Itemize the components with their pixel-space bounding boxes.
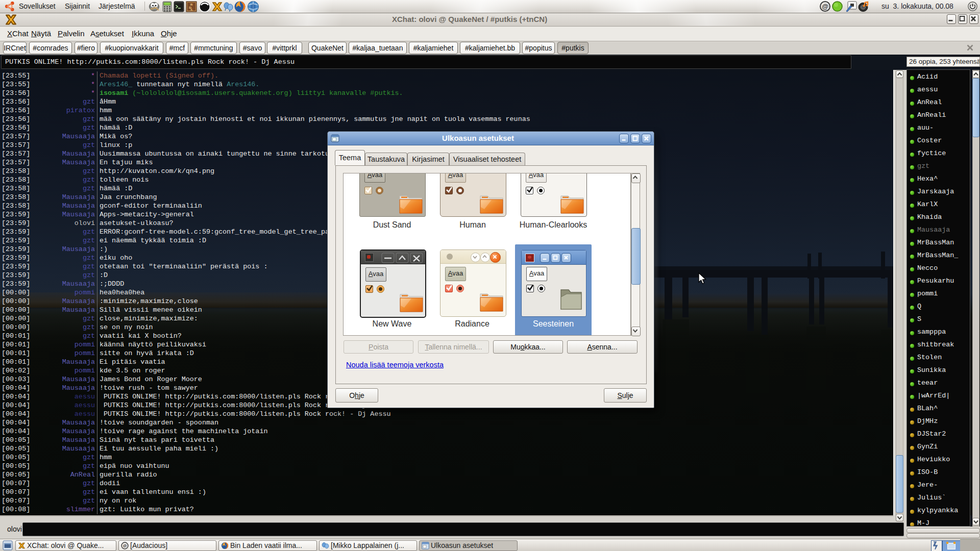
svg-text:X: X [190, 8, 192, 12]
svg-text:@: @ [822, 3, 828, 10]
svg-text:@: @ [123, 543, 127, 548]
